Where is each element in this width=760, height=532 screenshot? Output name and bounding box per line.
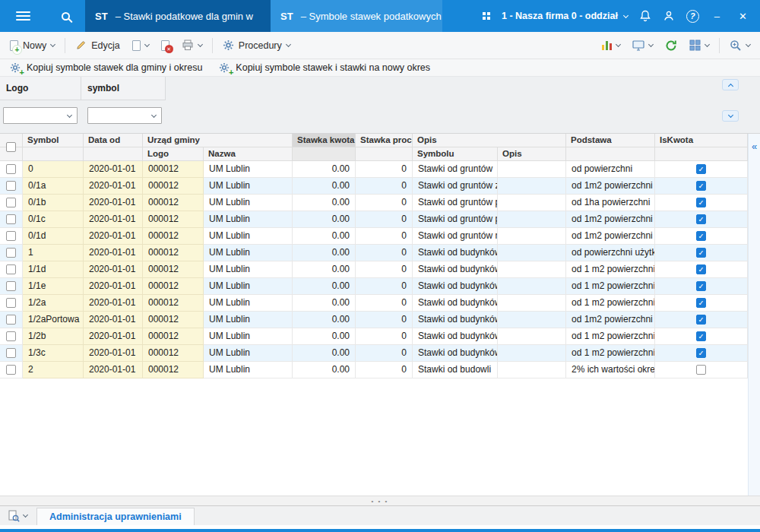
table-row[interactable]: 2 2020-01-01 000012 UM Lublin 0.00 0 Sta… — [0, 362, 760, 378]
select-all-checkbox[interactable] — [6, 142, 16, 152]
chart-view-button[interactable] — [596, 36, 627, 54]
col-header-podstawa[interactable]: Podstawa — [566, 134, 655, 147]
help-button[interactable]: ? — [686, 10, 699, 23]
iskwota-checkbox[interactable] — [696, 298, 706, 308]
iskwota-checkbox[interactable] — [696, 348, 706, 358]
row-select-cell — [0, 328, 23, 345]
iskwota-checkbox[interactable] — [696, 248, 706, 258]
table-row[interactable]: 1/2b 2020-01-01 000012 UM Lublin 0.00 0 … — [0, 328, 760, 345]
cell-data-od: 2020-01-01 — [84, 295, 143, 312]
col-subheader-nazwa[interactable]: Nazwa — [204, 147, 293, 161]
col-header-symbol[interactable]: Symbol — [23, 134, 84, 147]
row-select-checkbox[interactable] — [6, 181, 16, 191]
cell-podstawa: od 1m2 powierzchni — [566, 228, 655, 245]
cell-opis-symbolu: Stawki od budynków — [413, 278, 498, 295]
grid-settings-button[interactable] — [683, 36, 715, 55]
col-header-stawka-kwota[interactable]: Stawka kwota — [293, 134, 356, 147]
close-button[interactable]: ✕ — [735, 11, 751, 22]
col-subheader-logo[interactable]: Logo — [143, 147, 204, 161]
row-select-checkbox[interactable] — [6, 348, 16, 358]
hamburger-menu-button[interactable] — [0, 0, 46, 32]
row-select-checkbox[interactable] — [6, 264, 16, 274]
collapse-panel-up-button[interactable] — [722, 79, 739, 90]
col-header-stawka-procentowa[interactable]: Stawka proce — [356, 134, 413, 147]
copy-symbols-period-button[interactable]: Kopiuj symbole stawek i stawki na nowy o… — [213, 62, 436, 74]
table-row[interactable]: 1 2020-01-01 000012 UM Lublin 0.00 0 Sta… — [0, 245, 760, 261]
col-subheader-symbolu[interactable]: Symbolu — [413, 147, 498, 161]
row-select-checkbox[interactable] — [6, 248, 16, 258]
procedures-button-label: Procedury — [239, 40, 282, 51]
notifications-button[interactable] — [639, 10, 651, 22]
cell-stawka-procentowa: 0 — [356, 345, 413, 362]
iskwota-checkbox[interactable] — [696, 315, 706, 325]
col-header-urzad-gminy[interactable]: Urząd gminy — [143, 134, 293, 147]
iskwota-checkbox[interactable] — [696, 231, 706, 241]
iskwota-checkbox[interactable] — [696, 164, 706, 174]
cell-opis-symbolu: Stawki od budynków — [413, 295, 498, 312]
table-row[interactable]: 0/1a 2020-01-01 000012 UM Lublin 0.00 0 … — [0, 178, 760, 195]
iskwota-checkbox[interactable] — [696, 365, 706, 375]
filter-symbol-dropdown[interactable] — [87, 107, 162, 124]
search-options-button[interactable] — [724, 36, 756, 55]
tab-administracja-uprawnieniami[interactable]: Administracja uprawnieniami — [36, 508, 195, 525]
cell-stawka-procentowa: 0 — [356, 161, 413, 178]
view-options-button[interactable] — [3, 506, 32, 525]
horizontal-splitter[interactable]: • • • — [0, 496, 760, 506]
tab-symbole-stawek[interactable]: ST – Symbole stawek podatkowych — [271, 0, 442, 32]
apps-grid-icon[interactable] — [483, 12, 491, 21]
iskwota-checkbox[interactable] — [696, 264, 706, 274]
row-select-checkbox[interactable] — [6, 231, 16, 241]
row-select-checkbox[interactable] — [6, 214, 16, 224]
row-select-cell — [0, 295, 23, 312]
table-row[interactable]: 1/1d 2020-01-01 000012 UM Lublin 0.00 0 … — [0, 261, 760, 278]
row-select-checkbox[interactable] — [6, 164, 16, 174]
preview-button[interactable] — [126, 36, 155, 55]
copy-symbols-gmina-button[interactable]: Kopiuj symbole stawek dla gminy i okresu — [4, 62, 208, 74]
table-row[interactable]: 0/1c 2020-01-01 000012 UM Lublin 0.00 0 … — [0, 211, 760, 228]
col-subheader-opis[interactable]: Opis — [498, 147, 566, 161]
table-row[interactable]: 0/1d 2020-01-01 000012 UM Lublin 0.00 0 … — [0, 228, 760, 245]
row-select-checkbox[interactable] — [6, 331, 16, 341]
collapse-panel-down-button[interactable] — [722, 110, 739, 122]
cell-logo: 000012 — [143, 278, 204, 295]
iskwota-checkbox[interactable] — [696, 281, 706, 291]
iskwota-checkbox[interactable] — [696, 181, 706, 191]
delete-button[interactable] — [155, 36, 176, 55]
collapse-side-panel[interactable]: « — [748, 134, 760, 496]
col-header-data-od[interactable]: Data od — [84, 134, 143, 147]
row-select-checkbox[interactable] — [6, 298, 16, 308]
user-button[interactable] — [663, 10, 675, 22]
table-row[interactable]: 1/2a 2020-01-01 000012 UM Lublin 0.00 0 … — [0, 295, 760, 312]
filter-column-logo[interactable]: Logo — [0, 77, 81, 100]
iskwota-checkbox[interactable] — [696, 198, 706, 207]
procedures-button[interactable]: Procedury — [217, 36, 296, 55]
iskwota-checkbox[interactable] — [696, 331, 706, 341]
cell-nazwa: UM Lublin — [204, 345, 293, 362]
company-selector[interactable]: 1 - Nasza firma 0 - oddział — [502, 11, 628, 21]
refresh-button[interactable] — [659, 36, 683, 55]
row-select-cell — [0, 362, 23, 378]
global-search-button[interactable] — [46, 0, 85, 32]
col-header-iskwota[interactable]: IsKwota — [655, 134, 748, 147]
iskwota-checkbox[interactable] — [696, 214, 706, 224]
table-row[interactable]: 0 2020-01-01 000012 UM Lublin 0.00 0 Sta… — [0, 161, 760, 178]
table-row[interactable]: 1/2aPortowa 2020-01-01 000012 UM Lublin … — [0, 312, 760, 328]
cell-symbol: 1/2b — [23, 328, 84, 345]
tab-stawki-podatkowe[interactable]: ST – Stawki podatkowe dla gmin w — [85, 0, 271, 32]
row-select-checkbox[interactable] — [6, 198, 16, 207]
table-row[interactable]: 1/3c 2020-01-01 000012 UM Lublin 0.00 0 … — [0, 345, 760, 362]
cell-opis — [498, 345, 566, 362]
col-header-opis[interactable]: Opis — [413, 134, 566, 147]
row-select-checkbox[interactable] — [6, 281, 16, 291]
minimize-button[interactable]: – — [711, 11, 724, 22]
row-select-checkbox[interactable] — [6, 315, 16, 325]
print-button[interactable] — [176, 36, 208, 55]
filter-logo-dropdown[interactable] — [3, 107, 78, 124]
layout-settings-button[interactable] — [626, 36, 659, 55]
table-row[interactable]: 1/1e 2020-01-01 000012 UM Lublin 0.00 0 … — [0, 278, 760, 295]
edit-button[interactable]: Edycja — [69, 36, 126, 55]
row-select-checkbox[interactable] — [6, 365, 16, 375]
table-row[interactable]: 0/1b 2020-01-01 000012 UM Lublin 0.00 0 … — [0, 195, 760, 211]
filter-column-symbol[interactable]: symbol — [81, 77, 166, 100]
new-button[interactable]: Nowy — [4, 36, 61, 55]
